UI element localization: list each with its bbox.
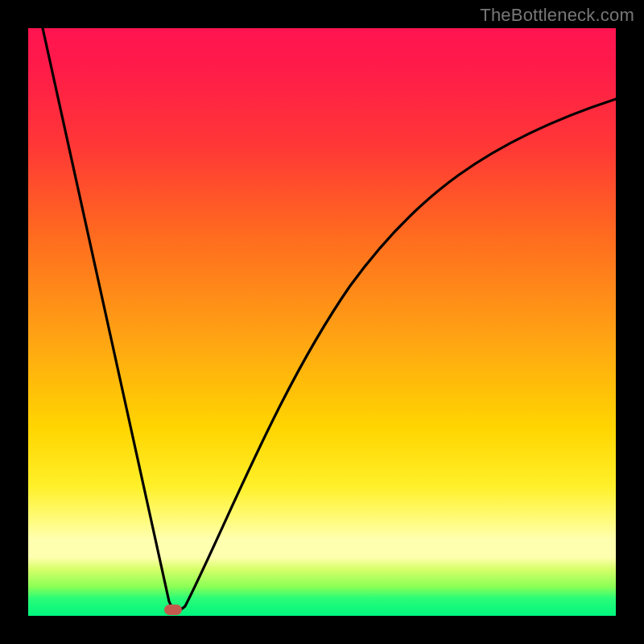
chart-frame: TheBottleneck.com (0, 0, 644, 644)
minimum-marker (164, 605, 182, 615)
plot-area (28, 28, 616, 616)
watermark-label: TheBottleneck.com (480, 5, 634, 26)
gradient-background (28, 28, 616, 616)
